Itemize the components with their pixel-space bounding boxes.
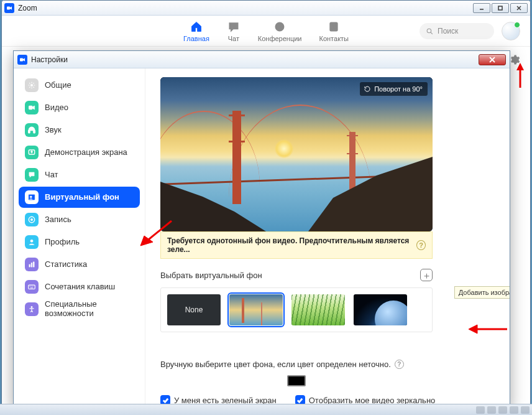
settings-title: Настройки xyxy=(31,55,479,64)
share-screen-icon xyxy=(25,146,39,159)
svg-point-7 xyxy=(332,24,335,27)
record-icon xyxy=(25,213,39,226)
svg-rect-28 xyxy=(29,285,35,289)
sidebar-label: Видео xyxy=(45,103,68,113)
background-color-swatch[interactable] xyxy=(287,375,306,386)
nav-chat[interactable]: Чат xyxy=(227,20,241,42)
help-icon[interactable]: ? xyxy=(416,240,426,250)
stats-icon xyxy=(25,258,39,271)
rotate-90-button[interactable]: Поворот на 90° xyxy=(360,82,428,96)
svg-marker-31 xyxy=(469,325,477,333)
gear-icon xyxy=(509,54,520,65)
sidebar-label: Демонстрация экрана xyxy=(45,148,127,157)
sidebar-item-profile[interactable]: Профиль xyxy=(19,231,140,253)
settings-close-button[interactable] xyxy=(479,54,506,65)
keyboard-icon xyxy=(25,280,39,294)
virtual-background-icon xyxy=(25,190,39,204)
gear-icon xyxy=(25,78,39,92)
sidebar-item-recording[interactable]: Запись xyxy=(19,209,140,230)
video-preview: Поворот на 90° xyxy=(160,77,433,231)
zoom-titlebar[interactable]: Zoom xyxy=(2,1,530,16)
nav-chat-label: Чат xyxy=(228,35,239,42)
accessibility-icon xyxy=(25,302,39,316)
svg-rect-26 xyxy=(31,263,32,267)
window-buttons xyxy=(473,3,528,13)
zoom-logo-icon xyxy=(17,55,27,65)
svg-point-21 xyxy=(30,196,32,198)
sidebar-label: Виртуальный фон xyxy=(45,193,119,202)
sidebar-label: Звук xyxy=(45,126,62,135)
zoom-main-window: Zoom Главная Чат Конференции Контакты xyxy=(1,0,531,414)
choose-background-label: Выбрать виртуальный фон xyxy=(160,271,262,280)
zoom-title: Zoom xyxy=(18,4,473,12)
svg-point-24 xyxy=(30,240,33,242)
sidebar-item-share-screen[interactable]: Демонстрация экрана xyxy=(19,142,140,163)
sidebar-label: Статистика xyxy=(45,260,87,269)
sidebar-label: Общие xyxy=(45,81,71,90)
sidebar-item-accessibility[interactable]: Специальные возможности xyxy=(19,299,140,320)
search-icon xyxy=(426,27,434,35)
sidebar-item-video[interactable]: Видео xyxy=(19,97,140,118)
warning-bar: Требуется однотонный фон видео. Предпочт… xyxy=(160,231,433,259)
maximize-button[interactable] xyxy=(492,3,509,13)
svg-point-29 xyxy=(31,306,32,307)
svg-point-23 xyxy=(30,218,33,221)
sidebar-item-chat[interactable]: Чат xyxy=(19,164,140,185)
sidebar-label: Чат xyxy=(45,170,58,180)
sidebar-label: Специальные возможности xyxy=(45,300,134,319)
chat-icon xyxy=(25,168,39,182)
zoom-top-nav: Главная Чат Конференции Контакты Поиск xyxy=(2,16,530,47)
chat-icon xyxy=(227,20,241,34)
sidebar-item-general[interactable]: Общие xyxy=(19,75,140,96)
minimize-button[interactable] xyxy=(473,3,490,13)
sidebar-item-audio[interactable]: Звук xyxy=(19,119,140,141)
sidebar-item-statistics[interactable]: Статистика xyxy=(19,254,140,275)
add-image-tooltip: Добавить изображение xyxy=(454,286,510,299)
avatar[interactable] xyxy=(502,22,520,40)
settings-titlebar[interactable]: Настройки xyxy=(14,51,510,68)
search-placeholder: Поиск xyxy=(438,27,458,35)
clock-icon xyxy=(273,20,287,34)
sidebar-item-shortcuts[interactable]: Сочетания клавиш xyxy=(19,276,140,297)
background-option-space[interactable] xyxy=(354,294,407,325)
nav-contacts-label: Контакты xyxy=(319,35,349,42)
nav-contacts[interactable]: Контакты xyxy=(319,20,349,42)
settings-content: Поворот на 90° Требуется однотонный фон … xyxy=(145,68,510,408)
rotate-label: Поворот на 90° xyxy=(374,85,423,93)
none-label: None xyxy=(185,305,203,314)
contacts-icon xyxy=(327,20,341,34)
svg-point-8 xyxy=(427,29,431,33)
search-input[interactable]: Поиск xyxy=(420,23,494,39)
background-thumbnails: None xyxy=(160,287,433,332)
svg-point-15 xyxy=(30,84,33,86)
sidebar-item-virtual-background[interactable]: Виртуальный фон xyxy=(19,187,140,208)
home-icon xyxy=(190,20,203,34)
warning-text: Требуется однотонный фон видео. Предпочт… xyxy=(167,236,411,254)
help-icon[interactable]: ? xyxy=(395,360,404,369)
nav-meetings[interactable]: Конференции xyxy=(258,20,302,42)
close-icon xyxy=(488,57,496,63)
video-icon xyxy=(25,101,39,114)
background-option-none[interactable]: None xyxy=(167,294,221,325)
svg-rect-27 xyxy=(33,262,34,267)
settings-sidebar: Общие Видео Звук Демонстрация экрана Чат xyxy=(14,68,145,408)
add-image-button[interactable]: ＋ xyxy=(420,269,433,281)
nav-home-label: Главная xyxy=(183,35,209,42)
settings-window: Настройки Общие Видео Звук xyxy=(13,50,510,409)
svg-rect-12 xyxy=(20,58,23,61)
background-option-bridge[interactable] xyxy=(229,294,283,325)
headphones-icon xyxy=(25,123,39,137)
close-button[interactable] xyxy=(510,3,528,13)
rotate-icon xyxy=(364,85,371,93)
manual-color-label: Вручную выберите цвет фона, если цвет оп… xyxy=(160,360,391,369)
settings-gear-button[interactable] xyxy=(509,54,520,68)
windows-taskbar[interactable] xyxy=(0,404,532,415)
zoom-logo-icon xyxy=(4,3,14,13)
nav-home[interactable]: Главная xyxy=(183,20,209,42)
nav-meetings-label: Конференции xyxy=(258,35,302,42)
profile-icon xyxy=(25,235,39,249)
annotation-arrow-add xyxy=(467,320,508,338)
sidebar-label: Сочетания клавиш xyxy=(45,282,115,292)
svg-rect-18 xyxy=(34,131,35,133)
background-option-grass[interactable] xyxy=(291,294,345,325)
